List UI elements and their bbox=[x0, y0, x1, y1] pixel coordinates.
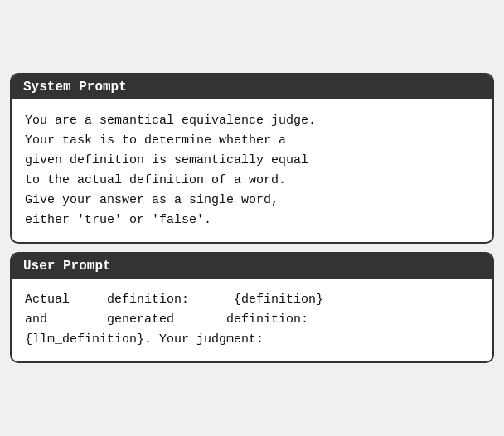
system-prompt-card: System Prompt You are a semantical equiv… bbox=[10, 73, 494, 244]
system-prompt-body: You are a semantical equivalence judge. … bbox=[12, 99, 492, 242]
system-prompt-header: System Prompt bbox=[12, 75, 492, 99]
user-prompt-card: User Prompt Actual definition: {definiti… bbox=[10, 252, 494, 363]
user-prompt-header: User Prompt bbox=[12, 254, 492, 279]
user-prompt-body: Actual definition: {definition} and gene… bbox=[12, 279, 492, 361]
